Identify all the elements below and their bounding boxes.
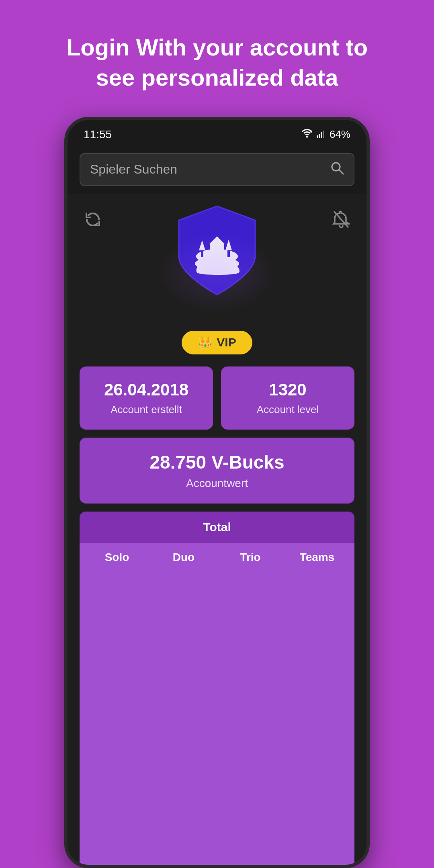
table-header: Total bbox=[80, 512, 354, 543]
svg-point-17 bbox=[227, 268, 231, 271]
vbucks-card: 28.750 V-Bucks Accountwert bbox=[80, 438, 354, 504]
svg-rect-3 bbox=[319, 134, 320, 138]
svg-point-16 bbox=[203, 266, 209, 270]
crown-icon: 👑 bbox=[198, 336, 213, 350]
svg-rect-5 bbox=[323, 131, 324, 138]
bell-slash-icon[interactable] bbox=[332, 210, 350, 233]
date-card: 26.04.2018 Account erstellt bbox=[80, 366, 213, 430]
signal-icon bbox=[317, 128, 326, 141]
vbucks-label: Accountwert bbox=[186, 477, 248, 490]
search-bar[interactable]: Spieler Suchen bbox=[80, 153, 354, 186]
col-trio: Trio bbox=[217, 551, 284, 564]
col-teams: Teams bbox=[284, 551, 350, 564]
stats-table: Total Solo Duo Trio Teams bbox=[80, 512, 354, 865]
promo-header: Login With your account to see personali… bbox=[36, 0, 398, 117]
level-card: 1320 Account level bbox=[221, 366, 354, 430]
svg-point-0 bbox=[306, 136, 308, 138]
svg-line-7 bbox=[339, 170, 343, 174]
svg-rect-2 bbox=[317, 135, 318, 138]
date-value: 26.04.2018 bbox=[104, 380, 188, 399]
main-content: 👑 VIP 26.04.2018 Account erstellt 1320 A… bbox=[68, 194, 366, 865]
wifi-icon: 5 bbox=[301, 128, 313, 141]
svg-point-18 bbox=[213, 269, 221, 274]
search-container: Spieler Suchen bbox=[68, 145, 366, 194]
svg-text:5: 5 bbox=[310, 131, 312, 133]
top-controls bbox=[68, 194, 366, 315]
status-bar: 11:55 5 64% bbox=[68, 120, 366, 145]
phone-frame: 11:55 5 64% bbox=[64, 117, 370, 868]
svg-rect-10 bbox=[210, 244, 224, 257]
level-value: 1320 bbox=[269, 380, 306, 399]
vbucks-value: 28.750 V-Bucks bbox=[149, 451, 284, 473]
battery-text: 64% bbox=[330, 128, 350, 141]
table-columns: Solo Duo Trio Teams bbox=[80, 543, 354, 572]
status-time: 11:55 bbox=[84, 128, 112, 141]
shield-svg bbox=[177, 204, 257, 297]
refresh-icon[interactable] bbox=[84, 210, 102, 233]
search-placeholder: Spieler Suchen bbox=[90, 162, 324, 177]
status-icons: 5 64% bbox=[301, 128, 350, 141]
vip-label: VIP bbox=[217, 336, 236, 349]
level-label: Account level bbox=[257, 403, 319, 416]
svg-rect-4 bbox=[321, 132, 322, 138]
search-icon[interactable] bbox=[330, 161, 344, 178]
date-label: Account erstellt bbox=[111, 403, 182, 416]
col-solo: Solo bbox=[84, 551, 150, 564]
col-duo: Duo bbox=[150, 551, 217, 564]
stats-row: 26.04.2018 Account erstellt 1320 Account… bbox=[68, 366, 366, 430]
vip-badge: 👑 VIP bbox=[182, 331, 252, 354]
shield-badge bbox=[173, 202, 261, 307]
